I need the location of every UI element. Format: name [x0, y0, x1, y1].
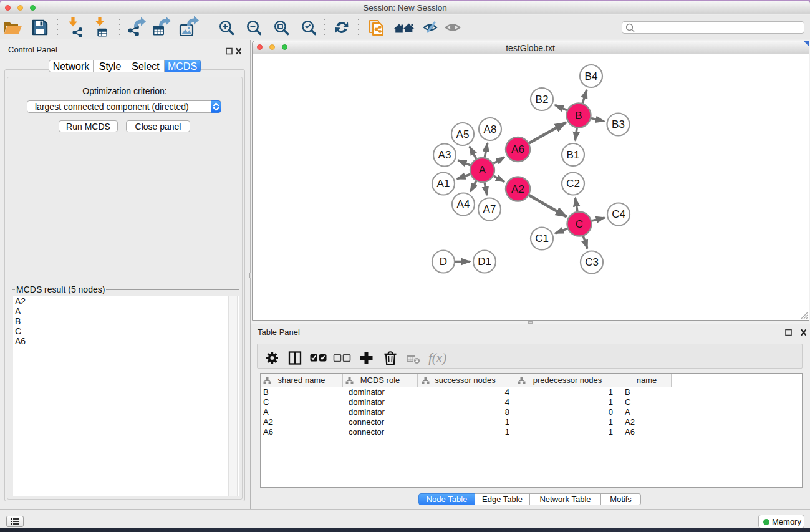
svg-text:f(x): f(x) [428, 351, 446, 365]
svg-text:C3: C3 [585, 256, 599, 268]
svg-text:B4: B4 [584, 70, 597, 82]
svg-text:A5: A5 [456, 128, 469, 140]
svg-text:C: C [575, 218, 582, 230]
svg-text:B1: B1 [566, 148, 579, 160]
svg-text:A6: A6 [511, 143, 524, 155]
svg-text:D1: D1 [478, 256, 491, 268]
svg-text:D: D [439, 256, 446, 268]
svg-text:C2: C2 [566, 178, 580, 190]
svg-text:A4: A4 [456, 198, 470, 210]
svg-text:B3: B3 [612, 118, 625, 130]
svg-text:B2: B2 [535, 93, 548, 105]
svg-text:C1: C1 [535, 233, 549, 244]
svg-text:A2: A2 [511, 183, 524, 195]
svg-text:A7: A7 [483, 203, 496, 215]
svg-text:C4: C4 [612, 208, 625, 220]
svg-text:B: B [575, 109, 582, 121]
svg-text:A: A [478, 164, 486, 176]
svg-text:A8: A8 [483, 123, 496, 135]
svg-text:A1: A1 [436, 178, 450, 190]
svg-text:A3: A3 [438, 149, 451, 161]
